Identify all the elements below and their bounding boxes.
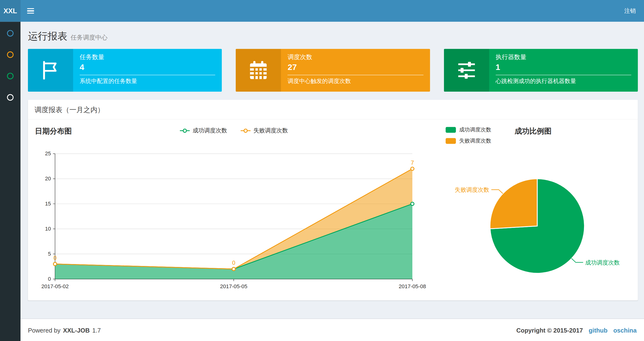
svg-text:2017-05-05: 2017-05-05 (220, 283, 247, 289)
panel-title: 调度报表（一月之内） (28, 100, 638, 120)
main-content: 运行报表任务调度中心 任务数量 4 系统中配置的任务数量 (20, 22, 644, 318)
info-box-value: 1 (496, 63, 631, 72)
page-subtitle: 任务调度中心 (70, 34, 108, 41)
info-box-value: 27 (288, 63, 423, 72)
legend-label: 失败调度次数 (459, 137, 491, 145)
hamburger-icon (27, 8, 34, 14)
oschina-link[interactable]: oschina (614, 326, 637, 333)
line-marker-icon (240, 128, 251, 134)
sidebar-menu-item-1[interactable] (0, 24, 20, 43)
pie-legend-item-success[interactable]: 成功调度次数 (446, 126, 491, 134)
info-box-desc: 调度中心触发的调度次数 (288, 78, 423, 85)
page-footer: Powered by XXL-JOB 1.7 Copyright © 2015-… (20, 318, 644, 341)
svg-text:0: 0 (48, 276, 51, 282)
swatch-icon (446, 138, 456, 144)
success-ratio-pie-chart[interactable]: 成功调度次数失败调度次数 (443, 120, 638, 300)
date-distribution-chart[interactable]: 05101520252017-05-022017-05-052017-05-08… (28, 120, 443, 300)
circle-icon (7, 30, 14, 37)
info-box-body: 任务数量 4 系统中配置的任务数量 (73, 49, 222, 92)
svg-text:2017-05-02: 2017-05-02 (42, 283, 69, 289)
copyright-area: Copyright © 2015-2017 github oschina (516, 326, 636, 333)
line-marker-icon (180, 128, 190, 134)
circle-icon (7, 73, 14, 79)
product-name: XXL-JOB (63, 326, 90, 333)
sidebar (0, 22, 20, 341)
circle-icon (7, 51, 14, 58)
flag-icon (28, 49, 73, 92)
info-box-body: 调度次数 27 调度中心触发的调度次数 (281, 49, 430, 92)
svg-text:0: 0 (232, 259, 235, 266)
info-box-value: 4 (80, 63, 216, 72)
panel-body: 05101520252017-05-022017-05-052017-05-08… (28, 120, 638, 300)
pie-legend: 成功调度次数 失败调度次数 (446, 126, 491, 145)
sidebar-menu-item-4[interactable] (0, 88, 20, 106)
jobs-count-box: 任务数量 4 系统中配置的任务数量 (28, 49, 222, 92)
app-logo[interactable]: XXL (0, 0, 20, 22)
report-panel: 调度报表（一月之内） 05101520252017-05-022017-05-0… (28, 100, 638, 300)
svg-text:成功调度次数: 成功调度次数 (585, 259, 620, 266)
powered-by-prefix: Powered by (28, 326, 60, 333)
info-box-label: 执行器数量 (496, 54, 631, 61)
svg-text:5: 5 (48, 251, 51, 257)
info-box-divider (496, 75, 631, 75)
powered-by: Powered by XXL-JOB 1.7 (28, 326, 101, 333)
trigger-count-box: 调度次数 27 调度中心触发的调度次数 (236, 49, 430, 92)
github-link[interactable]: github (589, 326, 608, 333)
copyright-text: Copyright © 2015-2017 (516, 326, 583, 333)
svg-text:0: 0 (54, 255, 57, 261)
svg-text:失败调度次数: 失败调度次数 (455, 186, 489, 193)
svg-text:2017-05-08: 2017-05-08 (399, 283, 426, 289)
top-navbar: XXL 注销 (0, 0, 644, 22)
legend-label: 成功调度次数 (459, 126, 491, 134)
svg-text:25: 25 (45, 150, 51, 157)
logout-link[interactable]: 注销 (616, 0, 644, 22)
svg-text:20: 20 (45, 176, 51, 182)
executor-count-box: 执行器数量 1 心跳检测成功的执行器机器数量 (444, 49, 638, 92)
svg-text:10: 10 (45, 226, 51, 232)
info-box-desc: 心跳检测成功的执行器机器数量 (496, 78, 631, 85)
calendar-icon (236, 49, 281, 92)
legend-item-success[interactable]: 成功调度次数 (180, 127, 227, 135)
info-box-label: 任务数量 (80, 54, 216, 61)
legend-label: 成功调度次数 (192, 127, 227, 135)
line-chart-legend: 成功调度次数 失败调度次数 (55, 127, 412, 135)
page-title: 运行报表 (28, 30, 68, 42)
legend-label: 失败调度次数 (253, 127, 288, 135)
app-logo-text: XXL (3, 7, 17, 15)
swatch-icon (446, 127, 456, 133)
info-box-body: 执行器数量 1 心跳检测成功的执行器机器数量 (489, 49, 638, 92)
legend-item-fail[interactable]: 失败调度次数 (240, 127, 288, 135)
summary-boxes: 任务数量 4 系统中配置的任务数量 调度次数 2 (28, 49, 638, 92)
svg-text:15: 15 (45, 201, 51, 207)
pie-chart-title: 成功比例图 (514, 126, 552, 136)
sidebar-toggle-button[interactable] (20, 0, 40, 22)
sidebar-menu-item-2[interactable] (0, 46, 20, 64)
app-root: XXL 注销 运行报表任务调度中心 (0, 0, 644, 341)
product-version: 1.7 (92, 326, 101, 333)
info-box-divider (288, 75, 423, 75)
pie-legend-item-fail[interactable]: 失败调度次数 (446, 137, 491, 145)
circle-icon (7, 94, 14, 101)
info-box-desc: 系统中配置的任务数量 (80, 78, 216, 85)
info-box-label: 调度次数 (288, 54, 423, 61)
sliders-icon (444, 49, 489, 92)
page-header: 运行报表任务调度中心 (28, 30, 638, 42)
svg-text:7: 7 (411, 159, 414, 166)
sidebar-menu-item-3[interactable] (0, 67, 20, 85)
info-box-divider (80, 75, 216, 75)
